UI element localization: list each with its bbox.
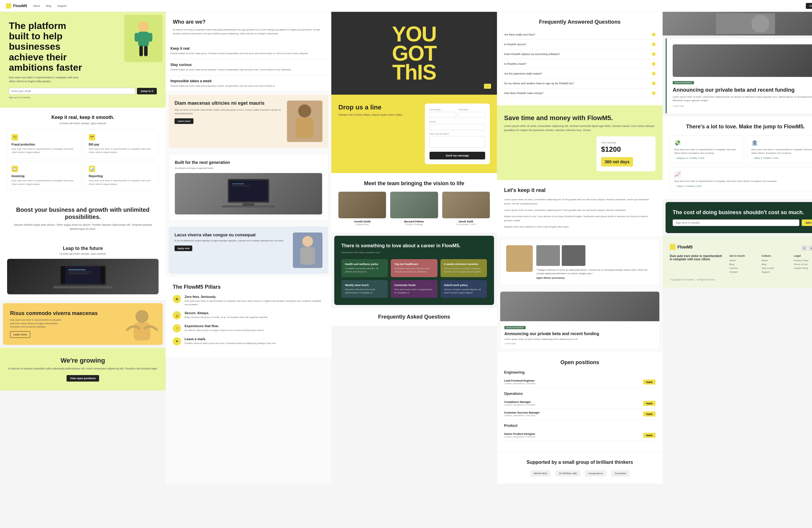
- supporter-logo-1: ⊡ OPERAL SIM: [555, 470, 580, 476]
- drop-form: First name Surname Email How can we: [425, 104, 490, 164]
- risus-cta-button[interactable]: Learn more: [10, 331, 30, 338]
- pos-compliance-apply[interactable]: Apply: [643, 401, 655, 406]
- team-section: Meet the team bringing the vision to lif…: [331, 173, 497, 233]
- nav-link-support[interactable]: Support: [57, 4, 67, 8]
- footer-col-2-link-2[interactable]: Cookie Policy: [794, 267, 812, 269]
- faq-item-4[interactable]: Are the payments really instant?: [504, 69, 655, 79]
- faq-item-3[interactable]: Is FlowM5 a bank?: [504, 59, 655, 69]
- career-desc: Elementum nibh tellus molestie nunc.: [342, 251, 487, 254]
- announce-desc: Lorem ipsum dolor sit amet, consectetur …: [673, 95, 812, 102]
- col4-blog-desc: Lorem ipsum dolor sit amet massa. Adipis…: [504, 338, 655, 341]
- faq-item-6[interactable]: How does FlowM5 make money?: [504, 88, 655, 98]
- announce-meta: 1 min read: [673, 105, 812, 107]
- nav-link-about[interactable]: About: [33, 4, 40, 8]
- love-card-1-icon: 🏦: [751, 140, 812, 146]
- keep-real-item: Keep it real Potenti nullam ac tortor vi…: [166, 43, 331, 59]
- drop-left-content: Drop us a line Semper risit ut tortor al…: [338, 104, 419, 164]
- diam-cta-button[interactable]: Learn more: [175, 118, 193, 124]
- footer-col-1-link-1[interactable]: Blog: [762, 263, 789, 266]
- footer-col-2-link-1[interactable]: Terms of Use: [794, 263, 812, 266]
- form-email-input[interactable]: [430, 124, 485, 130]
- form-submit-button[interactable]: Send my message: [430, 152, 485, 159]
- pos-senior-designer-apply[interactable]: Apply: [643, 433, 655, 438]
- lacus-cta-button[interactable]: Apply now: [175, 246, 192, 251]
- pos-lead-frontend-apply[interactable]: Apply: [643, 380, 655, 384]
- announce-title: Announcing our private beta and recent f…: [673, 87, 812, 93]
- svg-rect-22: [232, 186, 250, 186]
- col4-blog-meta: 1 min read: [504, 342, 655, 345]
- footer-col-1-link-2[interactable]: Help Center: [762, 267, 789, 269]
- feature-billpay: 💳 Bill pay Duis aute irure dolor in repr…: [84, 130, 159, 158]
- faq-item-5[interactable]: Do my clients and vendors have to sign u…: [504, 79, 655, 88]
- pos-customer-success-apply[interactable]: Apply: [643, 411, 655, 416]
- svg-rect-20: [222, 206, 275, 207]
- perk-hybrid-title: Hybrid work policy: [444, 284, 483, 287]
- feature-fraud-desc: Duis aute irure dolor in reprehenderit i…: [12, 147, 77, 154]
- love-card-0-link[interactable]: → Aliquam S. Porttitor S 000: [674, 157, 740, 159]
- form-message-textarea[interactable]: [430, 136, 485, 148]
- growing-cta-button[interactable]: View open positions: [67, 375, 99, 382]
- facebook-icon[interactable]: f: [802, 246, 807, 251]
- svg-rect-24: [300, 247, 315, 265]
- love-card-1-link[interactable]: → Bifda S. Porttitor S 000: [751, 157, 812, 159]
- love-card-2-link[interactable]: → Bifda S. Porttitor S 000: [674, 185, 812, 188]
- impossible-title: Impossible takes a week: [170, 79, 327, 83]
- pos-customer-success-info: Customer Success Manager London | Anywhe…: [504, 411, 540, 417]
- footer-col-1-link-0[interactable]: About: [762, 259, 789, 262]
- col4-blog-tag: ANNOUNCEMENT: [504, 326, 526, 329]
- faq-q-0: Are there really zero fees?: [504, 33, 535, 36]
- you-got-text: YOUGOTThIS: [392, 25, 436, 82]
- footer-col-0-link-2[interactable]: Careers: [729, 267, 757, 269]
- faq-q-6: How does FlowM5 make money?: [504, 92, 543, 95]
- svg-rect-2: [134, 33, 139, 42]
- footer-social-icons: f t in: [802, 246, 812, 251]
- cost-cta-button[interactable]: Join us: [802, 219, 812, 226]
- nav-logo: FlowM5: [6, 3, 27, 9]
- pillars-title: The FlowM5 Pillars: [173, 284, 324, 290]
- nav-link-blog[interactable]: Blog: [46, 4, 51, 8]
- form-lastname-input[interactable]: [459, 112, 485, 118]
- supporters-title: Supported by a small group of brilliant …: [504, 459, 655, 466]
- love-title: There's a lot to love. Make the jump to …: [670, 123, 812, 130]
- lacus-person-svg: [296, 234, 319, 266]
- perk-hybrid-desc: Ultrices semper suscipit aliquam sit ame…: [444, 288, 483, 294]
- team-member-1: Arnold Smith Engineering: [338, 192, 386, 226]
- twitter-icon[interactable]: t: [809, 246, 812, 251]
- pos-compliance-info: Compliance Manager London | Anywhere | F…: [504, 400, 535, 406]
- hero-cta-button[interactable]: Jump to it: [137, 88, 157, 94]
- perk-vacation-desc: Ultrices semper suscipit at aliquam sit …: [444, 267, 483, 273]
- team-role-3: Co-Founder / CEO: [442, 223, 490, 226]
- svg-point-23: [302, 236, 313, 247]
- col4-blog-body: ANNOUNCEMENT Announcing our private beta…: [500, 321, 659, 349]
- faq-item-1[interactable]: Is FlowM5 secure?: [504, 40, 655, 49]
- pos-compliance: Compliance Manager London | Anywhere | F…: [504, 398, 655, 409]
- pillar-zero-fees-icon: ⊕: [173, 295, 181, 303]
- faq-dot-6: [652, 91, 655, 95]
- footer-col-0-link-1[interactable]: Blog: [729, 263, 757, 266]
- cost-email-input[interactable]: [673, 219, 799, 226]
- footer-col-2-link-0[interactable]: Privacy Policy: [794, 259, 812, 262]
- faq-q-2: Does FlowM5 replace my accounting softwa…: [504, 53, 560, 56]
- lets-keep-title: Let's keep it real: [504, 187, 655, 193]
- pos-customer-success-loc: London | Anywhere | Full-time: [504, 414, 540, 417]
- pillar-zero-fees-desc: Duis aute irure dolor in reprehenderit i…: [185, 299, 324, 306]
- form-firstname-input[interactable]: [430, 112, 456, 118]
- footer-col-1-link-3[interactable]: Support: [762, 271, 789, 273]
- hero-figure-svg: [132, 19, 155, 58]
- faq-item-0[interactable]: Are there really zero fees?: [504, 30, 655, 40]
- footer-col-0-link-3[interactable]: Contact: [729, 271, 757, 273]
- faq-dot-5: [652, 82, 655, 85]
- team-title: Meet the team bringing the vision to lif…: [338, 180, 490, 187]
- leap-title: Leap to the future: [7, 246, 159, 251]
- keep-it-section: Keep it real, keep it smooth. Ut enim ad…: [0, 108, 166, 197]
- footer-col-0-link-0[interactable]: About: [729, 259, 757, 262]
- lacus-card: Lacus viverra vitae congue eu consequat …: [169, 226, 328, 274]
- nav-cta-button[interactable]: Sign Up: [806, 3, 812, 9]
- dept-operations: Operations Compliance Manager London | A…: [504, 392, 655, 420]
- hero-email-input[interactable]: [9, 88, 135, 94]
- faq-item-2[interactable]: Does FlowM5 replace my accounting softwa…: [504, 49, 655, 59]
- footer-col-brand: Duis aute irure dolor in reprehenderit i…: [670, 254, 725, 275]
- diam-person-image: [287, 101, 322, 142]
- form-firstname-label: First name: [430, 108, 456, 111]
- perk-healthcare-desc: At aliquet commodo ultricies amet ultric…: [394, 267, 434, 273]
